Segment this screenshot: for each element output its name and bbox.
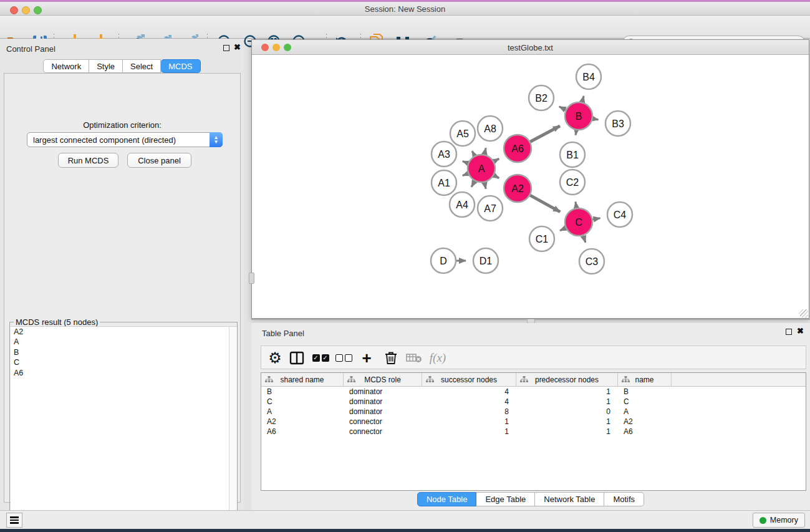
column-type-icon (622, 376, 630, 383)
deselect-all-icon[interactable] (333, 348, 354, 368)
node-table[interactable]: shared nameMCDS rolesuccessor nodesprede… (261, 372, 806, 491)
edge-B-B1[interactable] (576, 130, 576, 135)
tab-mcds[interactable]: MCDS (161, 59, 200, 73)
network-view-window: testGlobe.txt AA1A2A3A4A5A6A7A8BB1B2B3B4… (251, 39, 809, 319)
optimization-criterion-select[interactable]: largest connected component (directed) ▲… (27, 132, 223, 147)
delete-column-icon[interactable] (380, 348, 402, 368)
float-table-panel-icon[interactable] (786, 329, 792, 335)
add-column-icon[interactable]: + (356, 348, 377, 368)
graph-node-C4[interactable]: C4 (607, 202, 632, 227)
column-type-icon (520, 376, 528, 383)
graph-node-C3[interactable]: C3 (579, 249, 604, 274)
memory-button[interactable]: Memory (753, 513, 805, 528)
edge-A-A7[interactable] (485, 182, 486, 188)
result-item[interactable]: A6 (11, 368, 237, 379)
result-item[interactable]: A (11, 337, 237, 348)
control-panel-title: Control Panel (6, 44, 55, 54)
result-item[interactable]: B (11, 347, 237, 358)
table-row[interactable]: Bdominator41B (261, 387, 806, 397)
function-builder-icon[interactable]: f(x) (427, 348, 448, 368)
tab-network-table[interactable]: Network Table (535, 492, 604, 506)
edge-A2-C[interactable] (530, 195, 560, 211)
graph-node-A1[interactable]: A1 (432, 170, 456, 195)
scrollbar-track[interactable] (229, 327, 237, 532)
edge-A-A6[interactable] (494, 158, 499, 161)
graph-node-B1[interactable]: B1 (560, 142, 585, 167)
network-window-title: testGlobe.txt (252, 43, 809, 52)
column-header-predecessor-nodes[interactable]: predecessor nodes (516, 373, 618, 386)
table-cell: connector (344, 417, 422, 427)
column-header-name[interactable]: name (618, 373, 672, 386)
edge-C-C1[interactable] (560, 228, 566, 231)
column-header-successor-nodes[interactable]: successor nodes (422, 373, 516, 386)
edge-A-A8[interactable] (485, 148, 486, 154)
graph-node-A3[interactable]: A3 (432, 142, 456, 167)
table-cell: dominator (344, 387, 422, 397)
table-row[interactable]: A6connector11A6 (261, 427, 806, 437)
edge-B-B3[interactable] (593, 118, 599, 120)
result-item[interactable]: A2 (11, 327, 237, 337)
graph-node-A2[interactable]: A2 (504, 175, 531, 202)
split-panel-icon[interactable] (286, 348, 307, 368)
edge-C-C3[interactable] (583, 236, 586, 243)
graph-node-A5[interactable]: A5 (450, 121, 475, 146)
table-row[interactable]: Cdominator41C (261, 397, 806, 407)
svg-text:A5: A5 (456, 128, 469, 139)
graph-node-B4[interactable]: B4 (576, 64, 601, 89)
graph-node-D[interactable]: D (431, 248, 456, 273)
graph-node-D1[interactable]: D1 (473, 248, 498, 273)
task-history-button[interactable] (6, 513, 22, 528)
graph-node-B2[interactable]: B2 (529, 85, 554, 110)
tab-select[interactable]: Select (123, 59, 161, 73)
edge-A6-B[interactable] (530, 126, 560, 142)
graph-node-B[interactable]: B (565, 102, 592, 130)
panel-splitter-handle[interactable] (249, 273, 254, 284)
edge-A-A3[interactable] (463, 161, 468, 163)
graph-node-A4[interactable]: A4 (450, 192, 475, 217)
close-table-panel-icon[interactable]: ✖ (797, 326, 804, 336)
tab-style[interactable]: Style (89, 59, 123, 73)
mcds-tab-content: Optimization criterion: largest connecte… (4, 73, 241, 503)
tab-node-table[interactable]: Node Table (417, 492, 477, 506)
column-header-shared-name[interactable]: shared name (261, 373, 344, 386)
edge-A-A2[interactable] (494, 175, 499, 178)
graph-node-C2[interactable]: C2 (560, 170, 585, 195)
edge-B-B2[interactable] (559, 107, 566, 110)
table-row[interactable]: A2connector11A2 (261, 417, 806, 427)
mcds-result-list[interactable]: A2ABCA6 (11, 326, 237, 532)
edge-A-A5[interactable] (472, 151, 475, 156)
graph-node-C1[interactable]: C1 (529, 226, 554, 251)
result-item[interactable]: C (11, 358, 237, 369)
table-header-row: shared nameMCDS rolesuccessor nodesprede… (261, 373, 806, 387)
delete-table-icon[interactable] (403, 348, 425, 368)
edge-C-C2[interactable] (576, 202, 577, 208)
table-cell: A (261, 407, 344, 417)
table-row[interactable]: Adominator80A (261, 407, 806, 417)
graph-node-A[interactable]: A (468, 155, 495, 182)
edge-B-B4[interactable] (582, 96, 584, 102)
column-header-MCDS-role[interactable]: MCDS role (344, 373, 422, 386)
network-canvas[interactable]: AA1A2A3A4A5A6A7A8BB1B2B3B4CC1C2C3C4DD1 (253, 56, 808, 318)
graph-node-A8[interactable]: A8 (478, 116, 503, 141)
close-panel-button[interactable]: Close panel (127, 153, 191, 168)
svg-text:B1: B1 (566, 150, 579, 160)
table-cell: B (261, 387, 344, 397)
tab-motifs[interactable]: Motifs (604, 492, 644, 506)
graph-node-A7[interactable]: A7 (478, 196, 503, 221)
graph-node-B3[interactable]: B3 (605, 111, 630, 136)
svg-text:C3: C3 (586, 256, 599, 267)
gear-icon[interactable]: ⚙ (264, 348, 286, 368)
edge-C-C4[interactable] (593, 218, 600, 220)
graph-node-C[interactable]: C (565, 208, 592, 236)
tab-edge-table[interactable]: Edge Table (476, 492, 535, 506)
run-mcds-button[interactable]: Run MCDS (58, 153, 118, 168)
edge-A-A1[interactable] (463, 173, 468, 175)
table-cell: A6 (261, 427, 344, 437)
resize-grip-icon[interactable] (800, 309, 808, 317)
tab-network[interactable]: Network (43, 59, 89, 73)
edge-A-A4[interactable] (471, 181, 475, 186)
graph-node-A6[interactable]: A6 (504, 135, 531, 162)
close-panel-icon[interactable]: ✖ (234, 42, 241, 52)
float-panel-icon[interactable] (223, 45, 229, 51)
select-all-icon[interactable]: ✓✓ (310, 348, 331, 368)
